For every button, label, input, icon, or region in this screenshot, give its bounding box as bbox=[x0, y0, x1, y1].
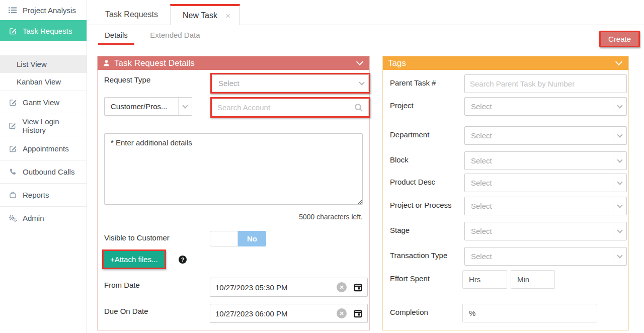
transaction-type-label: Transaction Type bbox=[390, 251, 447, 260]
create-button-highlight: Create bbox=[599, 31, 640, 47]
due-date-label: Due On Date bbox=[104, 307, 148, 315]
sidebar-item-label: Reports bbox=[23, 191, 49, 199]
search-icon bbox=[354, 103, 363, 112]
project-value: Select bbox=[465, 98, 613, 115]
chevron-down-icon bbox=[613, 98, 626, 115]
chevron-down-icon[interactable] bbox=[356, 58, 363, 65]
chevron-down-icon[interactable] bbox=[615, 58, 622, 65]
edit-icon bbox=[8, 27, 17, 35]
task-request-details-header[interactable]: Task Request Details bbox=[98, 56, 369, 70]
characters-left-text: 5000 characters left. bbox=[299, 213, 363, 221]
chevron-down-icon bbox=[178, 98, 192, 115]
tab-task-requests[interactable]: Task Requests bbox=[93, 5, 170, 25]
task-request-details-panel: Task Request Details Request Type Select… bbox=[97, 56, 370, 330]
tab-details[interactable]: Details bbox=[98, 26, 134, 45]
block-value: Select bbox=[465, 152, 613, 170]
panel-title: Task Request Details bbox=[114, 58, 195, 68]
chevron-down-icon bbox=[613, 152, 626, 170]
sidebar-item-gantt-view[interactable]: Gantt View bbox=[0, 91, 87, 114]
search-account-highlight: Search Account bbox=[210, 97, 370, 118]
chevron-down-icon bbox=[613, 247, 626, 265]
sidebar-item-kanban-view[interactable]: Kanban View bbox=[0, 73, 87, 91]
clear-icon[interactable]: ✕ bbox=[337, 308, 347, 318]
from-date-input[interactable]: 10/27/2023 05:30 PM ✕ bbox=[210, 278, 368, 297]
department-label: Department bbox=[390, 130, 429, 139]
bag-icon bbox=[8, 191, 17, 199]
sidebar-item-reports[interactable]: Reports bbox=[0, 183, 87, 206]
project-select[interactable]: Select bbox=[464, 97, 627, 116]
panel-title: Tags bbox=[388, 58, 406, 68]
sidebar-item-label: View Login History bbox=[22, 117, 83, 134]
stage-label: Stage bbox=[390, 226, 410, 234]
from-date-value: 10/27/2023 05:30 PM bbox=[215, 283, 333, 292]
chevron-down-icon bbox=[613, 174, 626, 192]
sub-tab-bar: Details Extended Data Create bbox=[88, 25, 644, 49]
help-icon[interactable]: ? bbox=[179, 256, 187, 264]
due-date-value: 10/27/2023 06:00 PM bbox=[215, 309, 333, 318]
block-label: Block bbox=[390, 155, 409, 164]
visible-to-customer-toggle[interactable]: No bbox=[210, 231, 266, 246]
tags-header[interactable]: Tags bbox=[383, 56, 628, 70]
sidebar-item-label: Admin bbox=[23, 214, 44, 222]
sidebar: Project Analysis Task Requests List View… bbox=[0, 0, 87, 333]
department-select[interactable]: Select bbox=[464, 126, 627, 145]
completion-input[interactable]: % bbox=[462, 304, 597, 322]
effort-min-input[interactable]: Min bbox=[511, 270, 555, 289]
calendar-icon[interactable] bbox=[354, 283, 362, 292]
chevron-down-icon bbox=[613, 222, 626, 240]
account-type-select[interactable]: Customer/Pros... bbox=[104, 97, 192, 116]
sidebar-spacer bbox=[0, 41, 87, 55]
sidebar-item-list-view[interactable]: List View bbox=[0, 55, 87, 73]
stage-select[interactable]: Select bbox=[464, 222, 627, 240]
sidebar-item-project-analysis[interactable]: Project Analysis bbox=[0, 0, 87, 20]
effort-hrs-input[interactable]: Hrs bbox=[462, 270, 507, 289]
project-or-process-select[interactable]: Select bbox=[464, 197, 627, 215]
sidebar-item-task-requests[interactable]: Task Requests bbox=[0, 20, 87, 41]
additional-details-textarea[interactable]: * Enter additional details bbox=[104, 133, 363, 205]
tags-panel: Tags Parent Task # Search Parent Task by… bbox=[382, 56, 629, 330]
request-type-label: Request Type bbox=[104, 75, 150, 84]
sidebar-item-label: Appointments bbox=[23, 144, 69, 153]
toggle-off-side[interactable] bbox=[210, 231, 238, 246]
chevron-down-icon bbox=[613, 197, 626, 215]
tab-new-task-label: New Task bbox=[183, 6, 217, 26]
project-or-process-value: Select bbox=[465, 197, 613, 215]
product-desc-label: Product Desc bbox=[390, 178, 435, 186]
search-account-input[interactable]: Search Account bbox=[212, 99, 369, 116]
product-desc-value: Select bbox=[465, 174, 613, 192]
parent-task-input[interactable]: Search Parent Task by Number bbox=[464, 74, 627, 93]
request-type-value: Select bbox=[212, 75, 355, 92]
account-type-value: Customer/Pros... bbox=[105, 98, 178, 115]
parent-task-label: Parent Task # bbox=[390, 78, 436, 87]
sidebar-item-admin[interactable]: Admin bbox=[0, 206, 87, 229]
product-desc-select[interactable]: Select bbox=[464, 174, 627, 192]
sidebar-item-outbound-calls[interactable]: Outbound Calls bbox=[0, 160, 87, 183]
person-icon bbox=[103, 59, 110, 67]
department-value: Select bbox=[465, 127, 613, 144]
effort-spent-label: Effort Spent bbox=[390, 274, 430, 283]
block-select[interactable]: Select bbox=[464, 151, 627, 170]
calendar-icon[interactable] bbox=[354, 309, 362, 318]
tab-strip: Task Requests New Task × bbox=[88, 0, 644, 25]
edit-icon bbox=[8, 99, 17, 106]
chevron-down-icon bbox=[355, 75, 368, 92]
list-icon bbox=[8, 7, 17, 14]
transaction-type-select[interactable]: Select bbox=[464, 247, 627, 266]
toggle-on-side[interactable]: No bbox=[238, 231, 266, 246]
request-type-select[interactable]: Select bbox=[212, 74, 369, 92]
sidebar-item-view-login-history[interactable]: View Login History bbox=[0, 114, 87, 137]
stage-value: Select bbox=[465, 222, 613, 240]
create-button[interactable]: Create bbox=[601, 32, 638, 46]
attach-files-button[interactable]: +Attach files... bbox=[104, 251, 165, 268]
tab-extended-data[interactable]: Extended Data bbox=[143, 26, 206, 45]
from-date-label: From Date bbox=[104, 281, 140, 289]
due-date-input[interactable]: 10/27/2023 06:00 PM ✕ bbox=[210, 304, 368, 323]
tab-new-task[interactable]: New Task × bbox=[170, 4, 240, 25]
sidebar-item-label: Task Requests bbox=[23, 27, 72, 35]
close-icon[interactable]: × bbox=[225, 12, 230, 20]
sidebar-item-label: Project Analysis bbox=[23, 6, 76, 15]
chevron-down-icon bbox=[613, 127, 626, 144]
sidebar-item-appointments[interactable]: Appointments bbox=[0, 137, 87, 160]
clear-icon[interactable]: ✕ bbox=[337, 282, 347, 292]
attach-files-highlight: +Attach files... bbox=[102, 249, 166, 269]
